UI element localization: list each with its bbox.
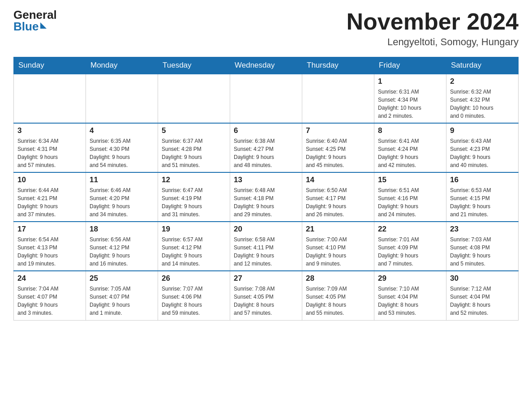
day-info: Sunrise: 7:08 AM Sunset: 4:05 PM Dayligh… bbox=[234, 285, 298, 317]
day-info: Sunrise: 7:12 AM Sunset: 4:04 PM Dayligh… bbox=[450, 285, 515, 317]
table-row: 30Sunrise: 7:12 AM Sunset: 4:04 PM Dayli… bbox=[446, 271, 519, 320]
table-row: 28Sunrise: 7:09 AM Sunset: 4:05 PM Dayli… bbox=[302, 271, 374, 320]
calendar-week-row: 10Sunrise: 6:44 AM Sunset: 4:21 PM Dayli… bbox=[14, 172, 519, 222]
day-info: Sunrise: 6:38 AM Sunset: 4:27 PM Dayligh… bbox=[234, 137, 298, 169]
title-area: November 2024 Lengyeltoti, Somogy, Hunga… bbox=[347, 9, 519, 48]
day-info: Sunrise: 6:46 AM Sunset: 4:20 PM Dayligh… bbox=[90, 186, 154, 218]
day-number: 10 bbox=[17, 176, 82, 184]
header-saturday: Saturday bbox=[446, 57, 519, 74]
table-row: 1Sunrise: 6:31 AM Sunset: 4:34 PM Daylig… bbox=[374, 74, 446, 123]
day-number: 24 bbox=[17, 274, 82, 283]
page-header: General Blue November 2024 Lengyeltoti, … bbox=[13, 9, 519, 48]
logo: General Blue bbox=[13, 9, 57, 32]
day-info: Sunrise: 6:34 AM Sunset: 4:31 PM Dayligh… bbox=[17, 137, 82, 169]
calendar-week-row: 1Sunrise: 6:31 AM Sunset: 4:34 PM Daylig… bbox=[14, 74, 519, 123]
location-subtitle: Lengyeltoti, Somogy, Hungary bbox=[347, 36, 519, 48]
table-row: 21Sunrise: 7:00 AM Sunset: 4:10 PM Dayli… bbox=[302, 222, 374, 271]
table-row: 22Sunrise: 7:01 AM Sunset: 4:09 PM Dayli… bbox=[374, 222, 446, 271]
day-number: 27 bbox=[234, 274, 298, 283]
table-row: 14Sunrise: 6:50 AM Sunset: 4:17 PM Dayli… bbox=[302, 172, 374, 222]
day-info: Sunrise: 6:32 AM Sunset: 4:32 PM Dayligh… bbox=[450, 88, 515, 120]
day-number: 1 bbox=[378, 77, 442, 86]
day-number: 23 bbox=[450, 225, 515, 234]
day-number: 18 bbox=[90, 225, 154, 234]
day-info: Sunrise: 6:48 AM Sunset: 4:18 PM Dayligh… bbox=[234, 186, 298, 218]
table-row bbox=[302, 74, 374, 123]
day-number: 16 bbox=[450, 176, 515, 184]
month-title: November 2024 bbox=[347, 9, 519, 34]
table-row: 20Sunrise: 6:58 AM Sunset: 4:11 PM Dayli… bbox=[230, 222, 302, 271]
day-info: Sunrise: 6:57 AM Sunset: 4:12 PM Dayligh… bbox=[162, 235, 226, 268]
day-number: 9 bbox=[450, 126, 515, 135]
table-row: 15Sunrise: 6:51 AM Sunset: 4:16 PM Dayli… bbox=[374, 172, 446, 222]
table-row: 7Sunrise: 6:40 AM Sunset: 4:25 PM Daylig… bbox=[302, 123, 374, 172]
day-info: Sunrise: 7:00 AM Sunset: 4:10 PM Dayligh… bbox=[306, 235, 370, 268]
table-row: 4Sunrise: 6:35 AM Sunset: 4:30 PM Daylig… bbox=[86, 123, 158, 172]
day-info: Sunrise: 7:03 AM Sunset: 4:08 PM Dayligh… bbox=[450, 235, 515, 268]
day-info: Sunrise: 6:54 AM Sunset: 4:13 PM Dayligh… bbox=[17, 235, 82, 268]
day-number: 20 bbox=[234, 225, 298, 234]
table-row bbox=[158, 74, 230, 123]
table-row: 12Sunrise: 6:47 AM Sunset: 4:19 PM Dayli… bbox=[158, 172, 230, 222]
day-info: Sunrise: 7:10 AM Sunset: 4:04 PM Dayligh… bbox=[378, 285, 442, 317]
day-number: 25 bbox=[90, 274, 154, 283]
header-thursday: Thursday bbox=[302, 57, 374, 74]
table-row: 3Sunrise: 6:34 AM Sunset: 4:31 PM Daylig… bbox=[14, 123, 86, 172]
table-row: 11Sunrise: 6:46 AM Sunset: 4:20 PM Dayli… bbox=[86, 172, 158, 222]
logo-blue-text: Blue bbox=[13, 21, 47, 32]
table-row: 6Sunrise: 6:38 AM Sunset: 4:27 PM Daylig… bbox=[230, 123, 302, 172]
header-sunday: Sunday bbox=[14, 57, 86, 74]
calendar-week-row: 24Sunrise: 7:04 AM Sunset: 4:07 PM Dayli… bbox=[14, 271, 519, 320]
day-info: Sunrise: 6:50 AM Sunset: 4:17 PM Dayligh… bbox=[306, 186, 370, 218]
day-info: Sunrise: 7:01 AM Sunset: 4:09 PM Dayligh… bbox=[378, 235, 442, 268]
table-row: 19Sunrise: 6:57 AM Sunset: 4:12 PM Dayli… bbox=[158, 222, 230, 271]
day-info: Sunrise: 7:04 AM Sunset: 4:07 PM Dayligh… bbox=[17, 285, 82, 317]
table-row: 27Sunrise: 7:08 AM Sunset: 4:05 PM Dayli… bbox=[230, 271, 302, 320]
table-row: 23Sunrise: 7:03 AM Sunset: 4:08 PM Dayli… bbox=[446, 222, 519, 271]
day-number: 6 bbox=[234, 126, 298, 135]
header-friday: Friday bbox=[374, 57, 446, 74]
day-number: 11 bbox=[90, 176, 154, 184]
day-info: Sunrise: 6:35 AM Sunset: 4:30 PM Dayligh… bbox=[90, 137, 154, 169]
day-info: Sunrise: 7:05 AM Sunset: 4:07 PM Dayligh… bbox=[90, 285, 154, 317]
day-info: Sunrise: 6:56 AM Sunset: 4:12 PM Dayligh… bbox=[90, 235, 154, 268]
day-number: 13 bbox=[234, 176, 298, 184]
logo-general-text: General bbox=[13, 9, 57, 21]
day-info: Sunrise: 7:09 AM Sunset: 4:05 PM Dayligh… bbox=[306, 285, 370, 317]
table-row: 13Sunrise: 6:48 AM Sunset: 4:18 PM Dayli… bbox=[230, 172, 302, 222]
table-row: 25Sunrise: 7:05 AM Sunset: 4:07 PM Dayli… bbox=[86, 271, 158, 320]
day-number: 4 bbox=[90, 126, 154, 135]
table-row: 18Sunrise: 6:56 AM Sunset: 4:12 PM Dayli… bbox=[86, 222, 158, 271]
day-number: 29 bbox=[378, 274, 442, 283]
calendar-week-row: 3Sunrise: 6:34 AM Sunset: 4:31 PM Daylig… bbox=[14, 123, 519, 172]
calendar-week-row: 17Sunrise: 6:54 AM Sunset: 4:13 PM Dayli… bbox=[14, 222, 519, 271]
day-info: Sunrise: 6:41 AM Sunset: 4:24 PM Dayligh… bbox=[378, 137, 442, 169]
day-info: Sunrise: 6:37 AM Sunset: 4:28 PM Dayligh… bbox=[162, 137, 226, 169]
table-row bbox=[86, 74, 158, 123]
day-info: Sunrise: 6:51 AM Sunset: 4:16 PM Dayligh… bbox=[378, 186, 442, 218]
day-number: 14 bbox=[306, 176, 370, 184]
header-tuesday: Tuesday bbox=[158, 57, 230, 74]
table-row: 5Sunrise: 6:37 AM Sunset: 4:28 PM Daylig… bbox=[158, 123, 230, 172]
table-row: 2Sunrise: 6:32 AM Sunset: 4:32 PM Daylig… bbox=[446, 74, 519, 123]
day-number: 3 bbox=[17, 126, 82, 135]
day-number: 30 bbox=[450, 274, 515, 283]
header-wednesday: Wednesday bbox=[230, 57, 302, 74]
day-number: 19 bbox=[162, 225, 226, 234]
day-number: 22 bbox=[378, 225, 442, 234]
day-info: Sunrise: 6:47 AM Sunset: 4:19 PM Dayligh… bbox=[162, 186, 226, 218]
day-number: 8 bbox=[378, 126, 442, 135]
day-number: 17 bbox=[17, 225, 82, 234]
table-row: 16Sunrise: 6:53 AM Sunset: 4:15 PM Dayli… bbox=[446, 172, 519, 222]
table-row: 8Sunrise: 6:41 AM Sunset: 4:24 PM Daylig… bbox=[374, 123, 446, 172]
calendar-table: Sunday Monday Tuesday Wednesday Thursday… bbox=[13, 57, 519, 321]
day-info: Sunrise: 6:40 AM Sunset: 4:25 PM Dayligh… bbox=[306, 137, 370, 169]
day-info: Sunrise: 6:43 AM Sunset: 4:23 PM Dayligh… bbox=[450, 137, 515, 169]
logo-triangle-icon bbox=[40, 22, 47, 29]
day-info: Sunrise: 7:07 AM Sunset: 4:06 PM Dayligh… bbox=[162, 285, 226, 317]
calendar-header-row: Sunday Monday Tuesday Wednesday Thursday… bbox=[14, 57, 519, 74]
day-number: 7 bbox=[306, 126, 370, 135]
day-number: 28 bbox=[306, 274, 370, 283]
table-row bbox=[230, 74, 302, 123]
day-number: 26 bbox=[162, 274, 226, 283]
